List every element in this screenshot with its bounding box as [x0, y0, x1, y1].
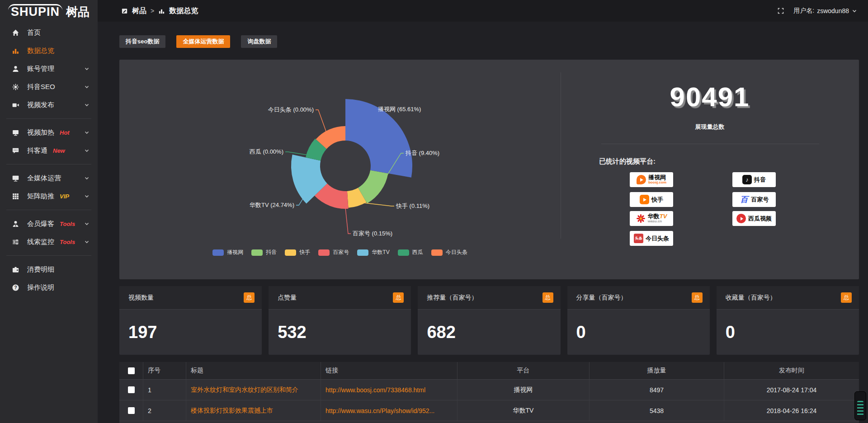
- sidebar-item-13[interactable]: 线索监控Tools: [0, 233, 98, 251]
- pie-label-快手: 快手 (0.11%): [396, 202, 429, 209]
- cell-num: 2: [143, 400, 186, 421]
- legend-item-播视网[interactable]: 播视网: [212, 249, 243, 256]
- stat-card-value: 682: [418, 310, 560, 355]
- stat-card-3: 分享量（百家号） 总 0: [567, 286, 710, 355]
- column-header-1: 标题: [186, 362, 321, 379]
- sidebar-item-4[interactable]: 视频发布: [0, 96, 98, 114]
- legend-item-快手[interactable]: 快手: [285, 249, 310, 256]
- video-url-link[interactable]: http://www.wasu.cn/Play/show/id/952...: [326, 407, 434, 414]
- app-logo[interactable]: SHUPIN 树品: [0, 0, 98, 24]
- pie-label-播视网: 播视网 (65.61%): [378, 106, 421, 113]
- breadcrumb: 树品 > 数据总览: [121, 6, 198, 16]
- platform-badge-wasu: 华数TVwasu.cn: [630, 211, 673, 226]
- tab-2[interactable]: 询盘数据: [241, 35, 277, 48]
- label-line-华数TV: [296, 198, 303, 205]
- video-title-link[interactable]: 楼体投影灯投影效果震撼上市: [191, 407, 273, 415]
- sidebar-item-label: 首页: [27, 28, 41, 37]
- logo-text-en: SHUPIN: [8, 4, 62, 20]
- sidebar-item-10[interactable]: 矩阵助推VIP: [0, 187, 98, 205]
- sidebar-item-label: 抖音SEO: [27, 83, 55, 91]
- sidebar-item-6[interactable]: 视频加热Hot: [0, 123, 98, 141]
- sidebar-item-2[interactable]: 账号管理: [0, 60, 98, 78]
- breadcrumb-separator: >: [151, 7, 154, 14]
- row-checkbox[interactable]: [128, 386, 135, 393]
- rose-pie-chart[interactable]: 播视网 (65.61%)抖音 (9.40%)快手 (0.11%)百家号 (0.1…: [119, 64, 561, 263]
- legend-item-今日头条[interactable]: 今日头条: [431, 249, 467, 256]
- pie-label-西瓜: 西瓜 (0.00%): [250, 148, 283, 155]
- stat-card-value: 0: [567, 310, 710, 355]
- sliders-icon: [12, 238, 22, 246]
- chevron-down-icon: [84, 130, 90, 135]
- user-icon: [12, 65, 22, 73]
- tab-0[interactable]: 抖音seo数据: [119, 35, 165, 48]
- video-url-link[interactable]: http://www.boosj.com/7338468.html: [326, 386, 425, 394]
- scroll-widget[interactable]: [854, 391, 866, 420]
- legend-item-华数TV[interactable]: 华数TV: [357, 249, 389, 256]
- legend-item-西瓜[interactable]: 西瓜: [398, 249, 423, 256]
- legend-swatch: [431, 249, 443, 256]
- cell-platform: 华数TV: [458, 400, 590, 421]
- chevron-down-icon: [84, 84, 90, 89]
- user-label: 用户名:: [793, 7, 814, 15]
- sidebar-item-label: 消费明细: [27, 265, 54, 274]
- scroll-widget-bars: [857, 401, 863, 416]
- sidebar-item-label: 全媒体运营: [27, 174, 61, 183]
- legend-swatch: [398, 249, 409, 256]
- sidebar-item-9[interactable]: 全媒体运营: [0, 169, 98, 187]
- sidebar-item-7[interactable]: 抖客通New: [0, 141, 98, 160]
- legend-label: 华数TV: [372, 249, 389, 256]
- legend-swatch: [318, 249, 330, 256]
- legend-item-抖音[interactable]: 抖音: [251, 249, 277, 256]
- platform-name: 西瓜视频: [748, 216, 772, 222]
- total-badge: 总: [244, 292, 255, 303]
- cell-views: 5438: [590, 400, 724, 421]
- main-content: 抖音seo数据全媒体运营数据询盘数据 播视网 (65.61%)抖音 (9.40%…: [98, 22, 868, 423]
- platform-sub: wasu.cn: [648, 220, 662, 223]
- gear-icon: [12, 83, 22, 91]
- cell-link: http://www.wasu.cn/Play/show/id/952...: [321, 400, 458, 421]
- cell-title: 楼体投影灯投影效果震撼上市: [186, 400, 321, 421]
- screen-icon: [12, 129, 22, 136]
- cell-link: http://www.boosj.com/7338468.html: [321, 380, 458, 400]
- sidebar-item-0[interactable]: 首页: [0, 24, 98, 42]
- stat-card-1: 点赞量 总 532: [269, 286, 411, 355]
- kuaishou-logo-icon: [640, 195, 649, 204]
- sidebar-item-16[interactable]: ?操作说明: [0, 278, 98, 296]
- stat-card-label: 推荐量（百家号）: [427, 294, 477, 302]
- sidebar-item-label: 数据总览: [27, 47, 54, 55]
- xigua-logo-icon: [736, 214, 746, 223]
- sidebar-item-12[interactable]: 会员爆客Tools: [0, 215, 98, 233]
- sidebar-divider: [6, 118, 91, 119]
- row-checkbox[interactable]: [128, 407, 135, 414]
- svg-text:?: ?: [14, 285, 17, 290]
- chevron-down-icon: [852, 8, 857, 14]
- legend-swatch: [212, 249, 224, 256]
- sidebar-item-3[interactable]: 抖音SEO: [0, 78, 98, 96]
- breadcrumb-root[interactable]: 树品: [132, 6, 146, 16]
- fullscreen-icon[interactable]: [777, 7, 784, 14]
- row-checkbox-cell: [119, 400, 143, 421]
- sidebar-item-label: 抖客通: [27, 146, 47, 155]
- sidebar: SHUPIN 树品 首页数据总览账号管理抖音SEO视频发布视频加热Hot抖客通N…: [0, 0, 98, 423]
- sidebar-item-15[interactable]: 消费明细: [0, 260, 98, 278]
- sidebar-item-label: 视频加热: [27, 128, 54, 137]
- legend-item-百家号[interactable]: 百家号: [318, 249, 349, 256]
- logo-text-cn: 树品: [66, 4, 90, 20]
- cell-platform: 播视网: [458, 380, 590, 400]
- sidebar-item-badge: VIP: [60, 193, 69, 200]
- legend-swatch: [357, 249, 368, 256]
- platform-name: 百家号: [751, 197, 769, 203]
- tab-1[interactable]: 全媒体运营数据: [176, 35, 230, 48]
- table-row-0: 1室外水纹灯和室内水纹灯的区别和简介http://www.boosj.com/7…: [119, 380, 859, 400]
- stat-card-label: 点赞量: [278, 294, 297, 302]
- legend-label: 快手: [299, 249, 310, 256]
- sidebar-item-1[interactable]: 数据总览: [0, 42, 98, 60]
- stat-card-4: 收藏量（百家号） 总 0: [717, 286, 859, 355]
- video-title-link[interactable]: 室外水纹灯和室内水纹灯的区别和简介: [191, 386, 298, 394]
- boosj-logo-icon: [637, 175, 646, 184]
- platform-name: 快手: [651, 197, 663, 203]
- column-header-0: 序号: [143, 362, 186, 379]
- select-all-checkbox[interactable]: [128, 367, 135, 374]
- stat-card-value: 0: [717, 310, 859, 355]
- user-menu[interactable]: 用户名: zswodun88: [793, 7, 857, 15]
